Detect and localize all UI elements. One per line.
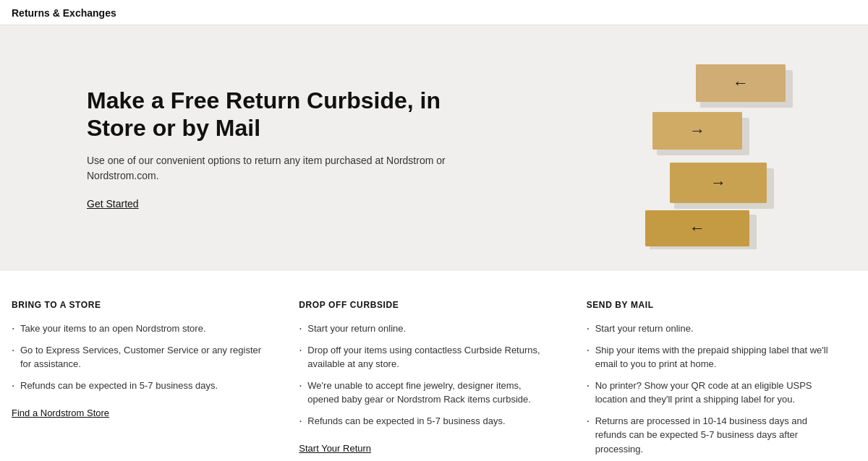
start-return-curbside-link[interactable]: Start Your Return [299, 443, 371, 454]
list-item: Go to Express Services, Customer Service… [12, 343, 264, 371]
boxes-svg: ← → → ← [637, 54, 810, 249]
column-curbside-title: DROP OFF CURBSIDE [299, 300, 551, 310]
column-curbside-bullets: Start your return online. Drop off your … [299, 322, 551, 428]
list-item: Drop off your items using contactless Cu… [299, 343, 551, 371]
column-mail-bullets: Start your return online. Ship your item… [587, 322, 839, 456]
get-started-link[interactable]: Get Started [87, 198, 139, 210]
column-mail: SEND BY MAIL Start your return online. S… [569, 300, 856, 461]
list-item: No printer? Show your QR code at an elig… [587, 379, 839, 407]
column-curbside: DROP OFF CURBSIDE Start your return onli… [281, 300, 569, 461]
hero-content: Make a Free Return Curbside, in Store or… [87, 87, 463, 210]
column-store: BRING TO A STORE Take your items to an o… [12, 300, 281, 461]
list-item: Start your return online. [587, 322, 839, 336]
svg-text:→: → [689, 121, 705, 139]
hero-banner: Make a Free Return Curbside, in Store or… [0, 25, 868, 271]
svg-text:←: ← [733, 74, 749, 92]
columns-section: BRING TO A STORE Take your items to an o… [0, 271, 868, 461]
svg-text:←: ← [689, 219, 705, 237]
list-item: Refunds can be expected in 5-7 business … [299, 414, 551, 428]
page-header: Returns & Exchanges [0, 0, 868, 25]
list-item: We're unable to accept fine jewelry, des… [299, 379, 551, 407]
list-item: Refunds can be expected in 5-7 business … [12, 379, 264, 393]
page-title: Returns & Exchanges [12, 7, 116, 19]
column-mail-title: SEND BY MAIL [587, 300, 839, 310]
find-store-link[interactable]: Find a Nordstrom Store [12, 408, 109, 418]
column-store-title: BRING TO A STORE [12, 300, 264, 310]
list-item: Returns are processed in 10-14 business … [587, 414, 839, 457]
list-item: Ship your items with the prepaid shippin… [587, 343, 839, 371]
list-item: Take your items to an open Nordstrom sto… [12, 322, 264, 336]
svg-text:→: → [710, 173, 726, 191]
boxes-illustration: ← → → ← [637, 54, 810, 242]
hero-title: Make a Free Return Curbside, in Store or… [87, 87, 463, 142]
list-item: Start your return online. [299, 322, 551, 336]
column-store-bullets: Take your items to an open Nordstrom sto… [12, 322, 264, 392]
hero-subtitle: Use one of our convenient options to ret… [87, 153, 463, 184]
